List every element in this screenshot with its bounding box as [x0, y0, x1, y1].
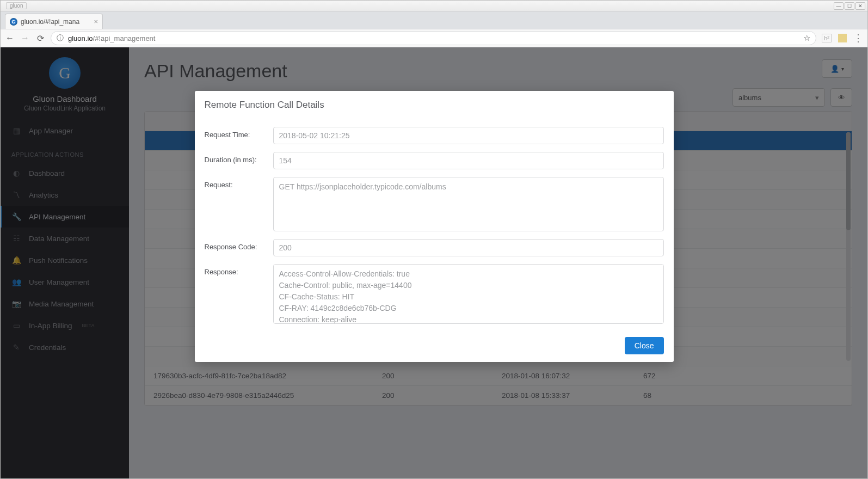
url-path: /#!api_management — [93, 34, 156, 42]
bookmark-star-icon[interactable]: ☆ — [803, 33, 810, 43]
browser-menu-icon[interactable]: ⋮ — [853, 32, 863, 44]
extension-icon[interactable]: h² — [822, 34, 832, 42]
extension-icon-2[interactable] — [838, 34, 847, 42]
browser-toolbar-right: h² ⋮ — [822, 32, 863, 44]
input-duration[interactable] — [273, 152, 664, 169]
close-button[interactable]: Close — [625, 337, 664, 354]
back-button[interactable]: ← — [5, 33, 15, 43]
window-minimize-button[interactable]: — — [834, 2, 844, 10]
app-viewport: G Gluon Dashboard Gluon CloudLink Applic… — [1, 47, 867, 478]
forward-button[interactable]: → — [20, 33, 30, 43]
modal-title: Remote Function Call Details — [205, 100, 664, 110]
window: gluon — ☐ ✕ G gluon.io/#!api_mana × ← → … — [0, 0, 868, 479]
browser-toolbar: ← → ⟳ ⓘ gluon.io/#!api_management ☆ h² ⋮ — [1, 29, 867, 47]
label-duration: Duration (in ms): — [205, 152, 264, 164]
form-row-request-time: Request Time: — [205, 127, 664, 144]
textarea-request[interactable]: GET https://jsonplaceholder.typicode.com… — [273, 177, 664, 231]
input-request-time[interactable] — [273, 127, 664, 144]
reload-button[interactable]: ⟳ — [35, 33, 45, 44]
url-host: gluon.io — [68, 34, 93, 42]
site-info-icon[interactable]: ⓘ — [57, 33, 64, 43]
form-row-response-code: Response Code: — [205, 239, 664, 256]
browser-tab-title: gluon.io/#!api_mana — [21, 18, 90, 26]
browser-tab-strip: G gluon.io/#!api_mana × — [1, 11, 867, 29]
os-app-label: gluon — [3, 2, 27, 9]
modal-footer: Close — [205, 337, 664, 354]
favicon-icon: G — [10, 18, 17, 26]
tab-close-icon[interactable]: × — [94, 17, 98, 26]
modal-overlay[interactable]: Remote Function Call Details Request Tim… — [1, 47, 867, 478]
label-request: Request: — [205, 177, 264, 189]
form-row-duration: Duration (in ms): — [205, 152, 664, 169]
label-response: Response: — [205, 264, 264, 276]
address-bar[interactable]: ⓘ gluon.io/#!api_management ☆ — [51, 31, 816, 45]
window-close-button[interactable]: ✕ — [855, 2, 865, 10]
label-request-time: Request Time: — [205, 127, 264, 139]
window-maximize-button[interactable]: ☐ — [845, 2, 854, 10]
label-response-code: Response Code: — [205, 239, 264, 251]
browser-tab[interactable]: G gluon.io/#!api_mana × — [5, 14, 103, 29]
form-row-request: Request: GET https://jsonplaceholder.typ… — [205, 177, 664, 231]
form-row-response: Response: Access-Control-Allow-Credentia… — [205, 264, 664, 324]
modal-dialog: Remote Function Call Details Request Tim… — [195, 91, 674, 362]
os-titlebar: gluon — ☐ ✕ — [1, 1, 867, 11]
input-response-code[interactable] — [273, 239, 664, 256]
textarea-response[interactable]: Access-Control-Allow-Credentials: true C… — [273, 264, 664, 324]
